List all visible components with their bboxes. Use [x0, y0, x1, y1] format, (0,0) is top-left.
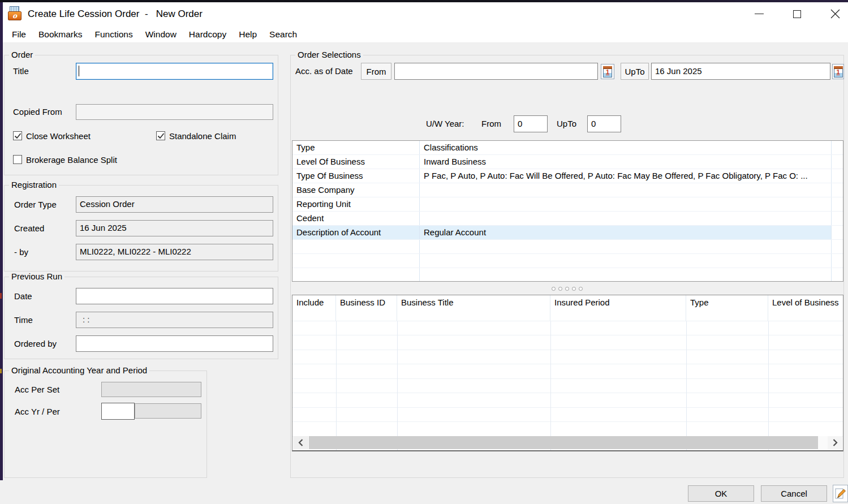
table-row[interactable]: Base Company — [292, 183, 843, 197]
uw-from-input[interactable]: 0 — [514, 115, 548, 132]
table-row-empty[interactable] — [292, 240, 843, 254]
registration-group-label: Registration — [9, 180, 59, 190]
created-by-field: MLI0222, MLI0222 - MLI0222 — [76, 244, 273, 260]
order-group-label: Order — [9, 50, 35, 60]
desktop-speck — [0, 293, 2, 299]
from-date-picker-button[interactable]: 1 — [601, 64, 614, 79]
edit-note-button[interactable] — [833, 485, 848, 502]
order-selections-group-label: Order Selections — [295, 50, 363, 60]
prev-date-label: Date — [14, 288, 32, 304]
ok-button[interactable]: OK — [688, 485, 754, 502]
copied-from-field[interactable] — [76, 104, 273, 120]
from-tag: From — [361, 63, 391, 80]
scroll-left-button[interactable] — [293, 436, 308, 449]
close-worksheet-checkbox[interactable] — [13, 131, 22, 140]
classification-header-row: Type Classifications — [292, 141, 843, 155]
col-include-header: Include — [292, 295, 336, 321]
dot-icon — [558, 287, 562, 291]
acc-as-of-date-label: Acc. as of Date — [295, 63, 353, 80]
acc-upto-date-input[interactable]: 16 Jun 2025 — [651, 63, 830, 80]
check-icon — [14, 132, 21, 140]
col-level-of-business-header: Level of Business — [768, 295, 843, 321]
uw-upto-input[interactable]: 0 — [587, 115, 621, 132]
table-row[interactable]: Cedent — [292, 212, 843, 226]
prev-time-label: Time — [14, 312, 33, 328]
scroll-right-button[interactable] — [828, 436, 842, 449]
classification-table: Type Classifications Level Of Business I… — [292, 140, 843, 282]
dot-icon — [565, 287, 569, 291]
standalone-claim-checkbox[interactable] — [156, 131, 165, 140]
original-accounting-group: Original Accounting Year and Period Acc … — [4, 371, 207, 478]
previous-run-group-label: Previous Run — [9, 272, 64, 282]
acc-from-date-input[interactable] — [394, 63, 598, 80]
business-table-body[interactable] — [292, 321, 843, 450]
col-type-header: Type — [292, 141, 420, 154]
chevron-right-icon — [833, 439, 838, 446]
prev-date-field[interactable] — [76, 288, 273, 304]
prev-time-field: : : — [76, 312, 273, 328]
ordered-by-field[interactable] — [76, 335, 273, 352]
menu-hardcopy[interactable]: Hardcopy — [183, 25, 233, 43]
table-row[interactable]: Reporting Unit — [292, 197, 843, 212]
dot-icon — [552, 287, 556, 291]
menu-window[interactable]: Window — [139, 25, 183, 43]
cancel-button[interactable]: Cancel — [761, 485, 827, 502]
menu-help[interactable]: Help — [233, 25, 263, 43]
business-table: Include Business ID Business Title Insur… — [292, 295, 843, 451]
col-business-id-header: Business ID — [336, 295, 397, 321]
previous-run-group: Previous Run Date Time : : Ordered by — [4, 277, 278, 359]
menu-functions[interactable]: Functions — [89, 25, 139, 43]
order-type-label: Order Type — [14, 196, 57, 213]
close-button[interactable] — [822, 2, 848, 25]
dot-icon — [572, 287, 576, 291]
app-icon: o — [8, 6, 23, 20]
window-title: Create Life Cession Order - New Order — [28, 2, 203, 25]
calendar-icon: 1 — [834, 66, 843, 77]
col-insured-period-header: Insured Period — [550, 295, 686, 321]
minimize-icon — [755, 14, 764, 14]
ordered-by-label: Ordered by — [14, 335, 57, 352]
brokerage-balance-split-checkbox[interactable] — [13, 155, 22, 164]
menu-search[interactable]: Search — [263, 25, 303, 43]
col-classifications-header: Classifications — [420, 141, 832, 154]
table-row-empty[interactable] — [292, 268, 843, 282]
brokerage-balance-split-label: Brokerage Balance Split — [26, 155, 117, 165]
scrollbar-thumb[interactable] — [309, 436, 818, 449]
acc-per-set-dropdown[interactable] — [101, 382, 201, 397]
title-bar: o Create Life Cession Order - New Order — [3, 2, 848, 25]
title-input[interactable] — [76, 63, 273, 80]
desktop-left-edge — [0, 2, 3, 480]
table-row[interactable]: Type Of Business P Fac, P Auto, P Auto: … — [292, 169, 843, 183]
close-icon — [830, 9, 840, 19]
upto-tag: UpTo — [621, 63, 649, 80]
original-accounting-group-label: Original Accounting Year and Period — [9, 365, 149, 376]
table-row-selected[interactable]: Description of Account Regular Account — [292, 226, 843, 240]
check-icon — [157, 132, 165, 140]
upto-date-picker-button[interactable]: 1 — [832, 64, 844, 79]
acc-yr-input[interactable] — [101, 403, 135, 420]
menu-bookmarks[interactable]: Bookmarks — [32, 25, 89, 43]
registration-group: Registration Order Type Cession Order Cr… — [4, 185, 278, 272]
minimize-button[interactable] — [746, 2, 772, 25]
order-selections-group: Order Selections Acc. as of Date From 1 … — [290, 55, 844, 478]
uw-year-label: U/W Year: — [426, 115, 464, 132]
order-group: Order Title Copied From Close Worksheet … — [4, 55, 278, 175]
maximize-icon — [793, 10, 801, 18]
close-worksheet-label: Close Worksheet — [26, 131, 91, 141]
chevron-left-icon — [298, 439, 303, 446]
standalone-claim-label: Standalone Claim — [169, 131, 236, 141]
maximize-button[interactable] — [784, 2, 810, 25]
desktop-speck — [0, 369, 2, 373]
splitter-dots-handle[interactable] — [291, 286, 843, 291]
menu-file[interactable]: File — [6, 25, 32, 43]
dot-icon — [579, 287, 583, 291]
table-row[interactable]: Level Of Business Inward Business — [292, 155, 843, 169]
horizontal-scrollbar[interactable] — [293, 436, 842, 449]
acc-per-dropdown[interactable] — [135, 403, 201, 419]
table-row-empty[interactable] — [292, 254, 843, 268]
order-type-field: Cession Order — [76, 196, 273, 213]
col-business-title-header: Business Title — [397, 295, 550, 321]
business-table-header: Include Business ID Business Title Insur… — [292, 295, 843, 321]
acc-yr-per-label: Acc Yr / Per — [15, 403, 60, 420]
pencil-icon — [834, 488, 846, 499]
